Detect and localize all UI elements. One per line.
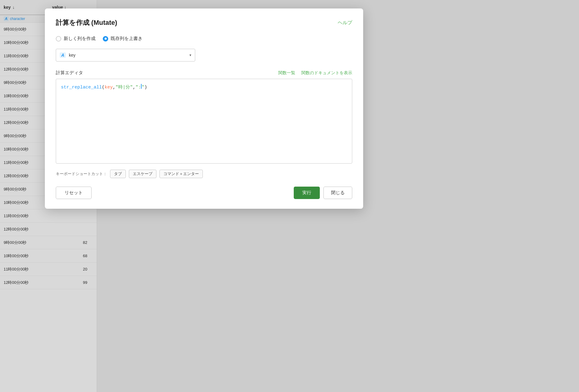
dropdown-arrow-icon: ▾ xyxy=(189,53,191,57)
shortcut-command-enter: コマンド＋エンター xyxy=(159,170,203,178)
radio-overwrite-indicator xyxy=(103,36,108,42)
editor-label: 計算エディタ xyxy=(56,70,83,76)
execute-button[interactable]: 実行 xyxy=(294,187,320,199)
help-link[interactable]: ヘルプ xyxy=(338,20,352,26)
radio-overwrite-column[interactable]: 既存列を上書き xyxy=(103,36,142,42)
modal-title: 計算を作成 (Mutate) xyxy=(56,18,117,27)
shortcut-escape: エスケープ xyxy=(129,170,156,178)
footer-right-buttons: 実行 閉じる xyxy=(294,187,352,199)
code-variable: key xyxy=(105,84,113,91)
code-string1: "時|分" xyxy=(115,84,133,91)
editor-section: 計算エディタ 関数一覧 関数のドキュメントを表示 str_replace_all… xyxy=(56,70,352,164)
function-docs-link[interactable]: 関数のドキュメントを表示 xyxy=(301,70,352,76)
reset-button[interactable]: リセット xyxy=(56,187,92,199)
radio-new-label: 新しく列を作成 xyxy=(64,36,95,42)
modal-header: 計算を作成 (Mutate) ヘルプ xyxy=(56,18,352,27)
column-name: key xyxy=(69,53,189,58)
code-string2-end: " xyxy=(142,84,144,91)
radio-new-indicator xyxy=(56,36,61,42)
function-list-link[interactable]: 関数一覧 xyxy=(278,70,295,76)
code-line: str_replace_all(key, "時|分", ":") xyxy=(61,84,347,91)
code-open-paren: ( xyxy=(102,84,105,91)
shortcut-tab: タブ xyxy=(110,170,126,178)
column-selector[interactable]: A key ▾ xyxy=(56,49,195,61)
shortcuts-label: キーボードショートカット： xyxy=(56,171,107,177)
code-function-name: str_replace_all xyxy=(61,84,102,91)
radio-new-column[interactable]: 新しく列を作成 xyxy=(56,36,95,42)
mutate-dialog: 計算を作成 (Mutate) ヘルプ 新しく列を作成 既存列を上書き A key… xyxy=(45,8,363,209)
editor-header: 計算エディタ 関数一覧 関数のドキュメントを表示 xyxy=(56,70,352,76)
column-type-icon: A xyxy=(60,52,66,58)
code-comma1: , xyxy=(113,84,115,91)
modal-footer: リセット 実行 閉じる xyxy=(56,187,352,199)
editor-links: 関数一覧 関数のドキュメントを表示 xyxy=(278,70,352,76)
code-close-paren: ) xyxy=(144,84,147,91)
code-string2: ": xyxy=(136,84,141,91)
close-button[interactable]: 閉じる xyxy=(323,187,352,199)
radio-group: 新しく列を作成 既存列を上書き xyxy=(56,36,352,42)
code-comma2: , xyxy=(133,84,136,91)
shortcuts-row: キーボードショートカット： タブ エスケープ コマンド＋エンター xyxy=(56,170,352,178)
code-editor[interactable]: str_replace_all(key, "時|分", ":") xyxy=(56,79,352,164)
radio-overwrite-label: 既存列を上書き xyxy=(111,36,142,42)
